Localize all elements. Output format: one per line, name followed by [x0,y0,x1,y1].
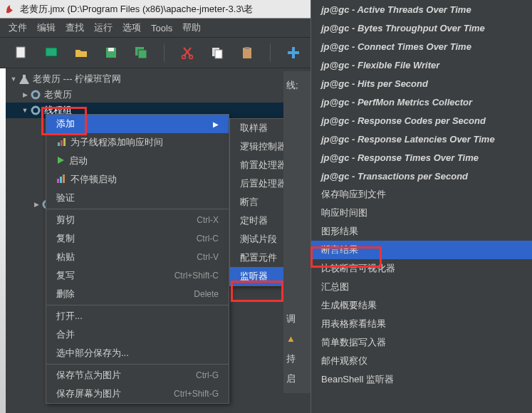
ctx-start[interactable]: 启动 [46,152,229,170]
plus-icon[interactable] [285,44,302,61]
app-icon [4,4,16,15]
listener-item[interactable]: jp@gc - Connect Times Over Time [311,37,532,56]
left-gutter [0,68,6,413]
window-title: 老黄历.jmx (D:\Program Files (x86)\apache-j… [20,3,253,16]
svg-point-14 [32,91,39,98]
separator-icon [270,43,271,62]
listener-item[interactable]: 生成概要结果 [311,296,532,315]
listener-item[interactable]: jp@gc - Active Threads Over Time [311,0,532,19]
save-all-icon[interactable] [132,44,150,61]
collapse-icon[interactable]: ▶ [21,91,28,98]
submenu-arrow-icon: ▶ [213,120,219,128]
listener-assertion-results[interactable]: 断言结果 [311,241,532,259]
svg-point-7 [189,56,193,59]
svg-rect-11 [245,47,249,49]
svg-rect-5 [138,50,147,58]
ctx-open[interactable]: 打开... [46,307,229,325]
ctx-save-screen-img[interactable]: 保存屏幕为图片Ctrl+Shift-G [46,385,229,403]
svg-rect-3 [108,48,114,51]
listener-item[interactable]: jp@gc - Hits per Second [311,74,532,93]
ctx-nostop-start[interactable]: 不停顿启动 [46,170,229,189]
listener-item[interactable]: 简单数据写入器 [311,333,532,352]
ctx-paste[interactable]: 粘贴Ctrl-V [46,248,229,266]
ctx-add[interactable]: 添加▶ [46,115,229,133]
separator-icon [164,43,165,62]
svg-rect-9 [215,50,222,58]
listener-item[interactable]: BeanShell 监听器 [311,370,532,389]
gear-icon [30,105,41,116]
chart-icon [56,174,66,186]
listener-item[interactable]: jp@gc - Response Times Over Time [311,148,532,167]
listener-item[interactable]: jp@gc - Response Latencies Over Time [311,130,532,148]
collapse-icon[interactable]: ▶ [33,201,40,208]
ctx-save-node-img[interactable]: 保存节点为图片Ctrl-G [46,366,229,385]
ctx-save-selection[interactable]: 选中部分保存为... [46,344,229,362]
listener-item[interactable]: jp@gc - PerfMon Metrics Collector [311,93,532,111]
listener-item[interactable]: 响应时间图 [311,204,532,222]
copy-icon[interactable] [209,44,226,61]
listener-item[interactable]: 用表格察看结果 [311,315,532,333]
chart-icon [56,137,66,149]
menu-edit[interactable]: 编辑 [37,21,56,34]
warning-icon: ▲ [286,333,296,344]
listener-item[interactable]: 邮件观察仪 [311,352,532,370]
listener-item[interactable]: 汇总图 [311,278,532,296]
svg-point-6 [182,56,186,59]
ctx-copy[interactable]: 复制Ctrl-C [46,229,229,248]
expand-icon[interactable]: ▼ [21,107,28,114]
menu-options[interactable]: 选项 [122,21,141,34]
divider [46,364,229,365]
listener-item[interactable]: jp@gc - Transactions per Second [311,167,532,185]
divider [46,209,229,209]
svg-rect-0 [16,47,25,58]
ctx-delete[interactable]: 删除Delete [46,285,229,303]
templates-icon[interactable] [43,44,60,61]
tree-label: 老黄历 --- 柠檬班官网 [33,73,121,85]
listener-item[interactable]: 比较断言可视化器 [311,259,532,278]
menu-help[interactable]: 帮助 [182,21,201,34]
ctx-duplicate[interactable]: 复写Ctrl+Shift-C [46,266,229,285]
menu-find[interactable]: 查找 [66,21,84,34]
ctx-merge[interactable]: 合并 [46,325,229,344]
save-icon[interactable] [103,44,120,61]
new-icon[interactable] [13,44,30,61]
listener-item[interactable]: 图形结果 [311,222,532,241]
svg-rect-1 [46,48,57,56]
svg-rect-10 [243,48,251,58]
svg-rect-22 [63,174,65,183]
gear-icon [30,89,41,100]
context-menu: 添加▶ 为子线程添加响应时间 启动 不停顿启动 验证 剪切Ctrl-X 复制Ct… [46,114,229,404]
svg-point-15 [32,107,39,114]
listener-item[interactable]: jp@gc - Flexible File Writer [311,56,532,74]
menu-run[interactable]: 运行 [94,21,113,34]
svg-rect-20 [57,179,59,183]
submenu-listener: jp@gc - Active Threads Over Time jp@gc -… [311,0,532,413]
flask-icon [19,73,30,85]
listener-item[interactable]: 保存响应到文件 [311,185,532,204]
paste-icon[interactable] [239,44,256,61]
cut-icon[interactable] [179,44,196,61]
listener-item[interactable]: jp@gc - Response Codes per Second [311,111,532,130]
ctx-cut[interactable]: 剪切Ctrl-X [46,211,229,229]
svg-rect-13 [288,51,299,54]
svg-rect-17 [58,142,60,146]
svg-rect-19 [63,138,66,146]
right-panel-fragment: 线; 调 ▲ 持 启 [283,71,312,393]
ctx-validate[interactable]: 验证 [46,189,229,207]
play-icon [56,156,65,167]
open-icon[interactable] [73,44,90,61]
svg-rect-21 [60,177,62,183]
tree-label: 老黄历 [44,88,72,101]
menu-file[interactable]: 文件 [9,21,27,34]
menu-tools[interactable]: Tools [151,23,172,33]
ctx-child-time[interactable]: 为子线程添加响应时间 [46,133,229,152]
expand-icon[interactable]: ▼ [10,75,17,83]
svg-rect-18 [61,140,63,146]
listener-item[interactable]: jp@gc - Bytes Throughput Over Time [311,19,532,37]
divider [46,305,229,305]
